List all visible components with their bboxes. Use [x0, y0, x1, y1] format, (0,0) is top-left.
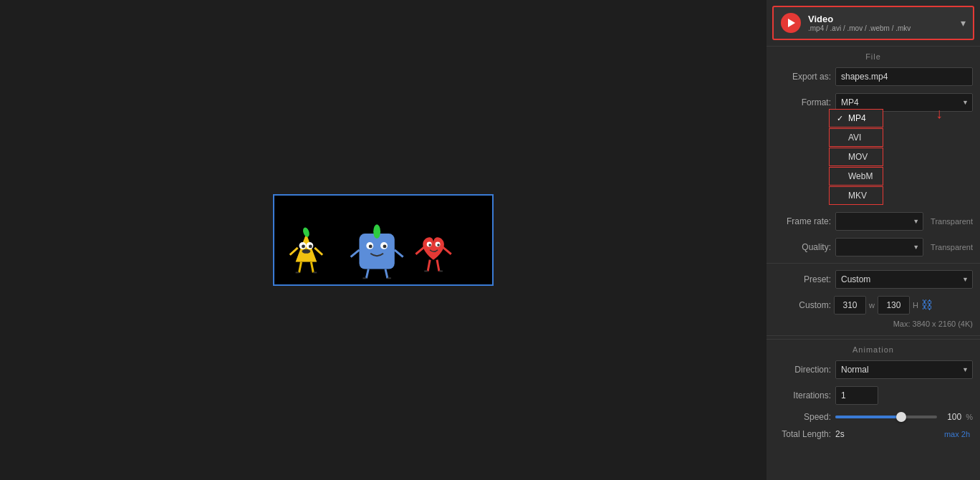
direction-select-wrapper[interactable]: Normal Reverse Alternate	[835, 360, 973, 379]
right-panel: Video .mp4 / .avi / .mov / .webm / .mkv …	[767, 0, 980, 480]
format-dropdown-list: ✓ MP4 AVI MOV WebM MKV	[828, 108, 884, 206]
preset-row: Preset: Custom	[767, 267, 980, 292]
characters-svg	[274, 194, 492, 286]
iterations-row: Iterations:	[767, 383, 980, 408]
direction-label: Direction:	[774, 365, 831, 375]
iterations-input[interactable]	[835, 386, 878, 405]
speed-label: Speed:	[774, 412, 831, 422]
total-length-value: 2s	[835, 429, 845, 439]
quality-transparent: Transparent	[931, 243, 973, 251]
canvas-area	[0, 0, 767, 480]
preview-frame	[273, 194, 494, 286]
quality-label: Quality:	[774, 242, 831, 252]
file-section-label: File	[767, 46, 980, 64]
format-option-webm-label: WebM	[848, 171, 873, 181]
format-row-area: Format: MP4 AVI MOV WebM MKV ↓ ✓ MP4 A	[767, 90, 980, 115]
speed-slider-track[interactable]	[835, 416, 937, 418]
export-type-left: Video .mp4 / .avi / .mov / .webm / .mkv	[781, 13, 911, 33]
preset-select[interactable]: Custom	[835, 270, 973, 289]
quality-select[interactable]	[835, 238, 923, 256]
svg-point-6	[309, 244, 312, 248]
frame-rate-label: Frame rate:	[774, 216, 831, 226]
format-option-mkv[interactable]: MKV	[829, 186, 883, 205]
speed-slider-thumb[interactable]	[896, 412, 906, 422]
speed-slider-fill	[835, 416, 901, 418]
format-option-avi-label: AVI	[848, 133, 861, 143]
width-input[interactable]	[834, 296, 866, 315]
svg-rect-15	[359, 234, 394, 269]
format-option-mov[interactable]: MOV	[829, 148, 883, 166]
format-option-webm[interactable]: WebM	[829, 167, 883, 186]
svg-point-18	[369, 244, 373, 248]
format-option-mp4[interactable]: ✓ MP4	[829, 109, 883, 128]
direction-row: Direction: Normal Reverse Alternate	[767, 357, 980, 383]
video-icon	[781, 13, 801, 33]
export-type-selector[interactable]: Video .mp4 / .avi / .mov / .webm / .mkv …	[772, 6, 974, 40]
format-option-mov-label: MOV	[848, 152, 868, 162]
export-as-input[interactable]	[835, 67, 973, 86]
speed-value: 100	[941, 412, 961, 422]
svg-point-5	[302, 244, 305, 248]
format-label: Format:	[774, 97, 831, 107]
frame-rate-row: Frame rate: Transparent	[767, 208, 980, 234]
svg-point-30	[437, 244, 440, 246]
svg-point-29	[428, 244, 431, 246]
export-as-row: Export as:	[767, 64, 980, 90]
iterations-label: Iterations:	[774, 390, 831, 400]
custom-label: Custom:	[774, 300, 831, 310]
preset-label: Preset:	[774, 274, 831, 284]
export-type-title: Video	[808, 14, 911, 24]
export-type-subtitle: .mp4 / .avi / .mov / .webm / .mkv	[808, 24, 911, 32]
link-dimensions-icon[interactable]: ⛓	[921, 299, 933, 312]
total-length-row: Total Length: 2s max 2h	[767, 426, 980, 443]
direction-select[interactable]: Normal Reverse Alternate	[835, 360, 973, 379]
quality-row: Quality: Transparent	[767, 234, 980, 260]
preset-select-wrapper[interactable]: Custom	[835, 270, 973, 289]
max-size-label: Max: 3840 x 2160 (4K)	[767, 318, 980, 332]
export-type-info: Video .mp4 / .avi / .mov / .webm / .mkv	[808, 14, 911, 32]
custom-dimensions-row: Custom: w H ⛓	[767, 292, 980, 318]
divider2	[767, 335, 980, 336]
frame-rate-transparent: Transparent	[931, 217, 973, 226]
max-time-label: max 2h	[944, 430, 973, 438]
percent-label: %	[966, 413, 973, 421]
checkmark-icon: ✓	[837, 114, 845, 123]
format-option-avi[interactable]: AVI	[829, 128, 883, 147]
total-length-label: Total Length:	[774, 429, 831, 439]
speed-row: Speed: 100 %	[767, 408, 980, 426]
width-label: w	[869, 301, 875, 309]
quality-select-wrapper[interactable]	[835, 238, 923, 256]
height-input[interactable]	[878, 296, 910, 315]
animation-section-label: Animation	[767, 339, 980, 357]
chevron-down-icon: ▾	[961, 17, 966, 29]
frame-rate-select[interactable]	[835, 212, 923, 231]
dropdown-arrow-icon: ↓	[936, 105, 943, 122]
height-label: H	[913, 301, 918, 309]
speed-slider-container	[835, 416, 937, 418]
divider1	[767, 263, 980, 264]
svg-point-24	[373, 224, 380, 239]
play-triangle-icon	[788, 19, 795, 27]
format-option-mp4-label: MP4	[848, 113, 866, 123]
svg-point-19	[383, 244, 387, 248]
svg-point-7	[302, 249, 310, 254]
format-option-mkv-label: MKV	[848, 191, 867, 201]
frame-rate-select-wrapper[interactable]	[835, 212, 923, 231]
export-as-label: Export as:	[774, 72, 831, 82]
